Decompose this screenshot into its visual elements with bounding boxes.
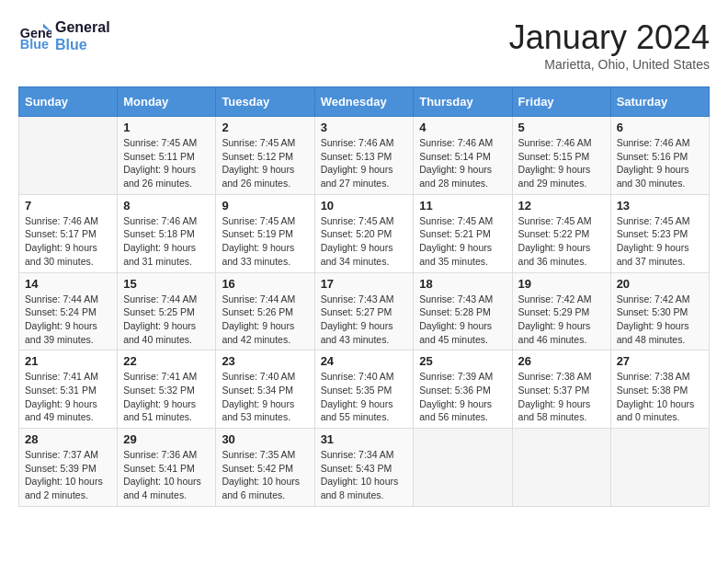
day-number: 22 (123, 354, 210, 368)
calendar-header: Sunday Monday Tuesday Wednesday Thursday… (19, 87, 710, 117)
day-number: 31 (321, 432, 408, 446)
day-cell: 3Sunrise: 7:46 AMSunset: 5:13 PMDaylight… (314, 117, 414, 195)
header-thursday: Thursday (414, 87, 512, 117)
day-cell (610, 429, 709, 507)
day-info: Sunrise: 7:45 AMSunset: 5:23 PMDaylight:… (617, 214, 703, 269)
day-cell: 14Sunrise: 7:44 AMSunset: 5:24 PMDayligh… (19, 272, 118, 350)
day-number: 16 (222, 277, 308, 291)
day-cell: 18Sunrise: 7:43 AMSunset: 5:28 PMDayligh… (414, 272, 512, 350)
day-cell: 27Sunrise: 7:38 AMSunset: 5:38 PMDayligh… (610, 350, 709, 429)
day-info: Sunrise: 7:39 AMSunset: 5:36 PMDaylight:… (419, 370, 506, 424)
day-cell: 7Sunrise: 7:46 AMSunset: 5:17 PMDaylight… (19, 194, 118, 272)
day-info: Sunrise: 7:46 AMSunset: 5:17 PMDaylight:… (25, 214, 111, 269)
day-cell: 25Sunrise: 7:39 AMSunset: 5:36 PMDayligh… (414, 350, 512, 429)
day-cell (414, 429, 512, 507)
day-number: 5 (518, 121, 605, 134)
logo-line2: Blue (55, 36, 110, 53)
day-cell: 4Sunrise: 7:46 AMSunset: 5:14 PMDaylight… (414, 117, 512, 195)
day-number: 14 (25, 277, 111, 291)
day-info: Sunrise: 7:46 AMSunset: 5:15 PMDaylight:… (518, 136, 605, 190)
day-info: Sunrise: 7:45 AMSunset: 5:11 PMDaylight:… (123, 136, 210, 190)
day-number: 27 (617, 354, 703, 368)
week-row-3: 21Sunrise: 7:41 AMSunset: 5:31 PMDayligh… (19, 350, 710, 429)
day-cell: 19Sunrise: 7:42 AMSunset: 5:29 PMDayligh… (512, 272, 610, 350)
header-friday: Friday (512, 87, 610, 117)
header-wednesday: Wednesday (314, 87, 414, 117)
day-info: Sunrise: 7:42 AMSunset: 5:29 PMDaylight:… (518, 293, 605, 347)
header-row: Sunday Monday Tuesday Wednesday Thursday… (19, 87, 710, 117)
day-cell: 28Sunrise: 7:37 AMSunset: 5:39 PMDayligh… (19, 429, 118, 507)
logo: General Blue General Blue (18, 18, 110, 53)
week-row-2: 14Sunrise: 7:44 AMSunset: 5:24 PMDayligh… (19, 272, 710, 350)
day-cell: 26Sunrise: 7:38 AMSunset: 5:37 PMDayligh… (512, 350, 610, 429)
day-info: Sunrise: 7:40 AMSunset: 5:35 PMDaylight:… (321, 370, 408, 424)
day-info: Sunrise: 7:46 AMSunset: 5:14 PMDaylight:… (419, 136, 506, 190)
day-cell: 8Sunrise: 7:46 AMSunset: 5:18 PMDaylight… (118, 194, 216, 272)
day-info: Sunrise: 7:46 AMSunset: 5:18 PMDaylight:… (123, 214, 210, 269)
day-info: Sunrise: 7:43 AMSunset: 5:28 PMDaylight:… (419, 293, 506, 347)
day-info: Sunrise: 7:46 AMSunset: 5:13 PMDaylight:… (321, 136, 408, 190)
day-info: Sunrise: 7:46 AMSunset: 5:16 PMDaylight:… (617, 136, 703, 190)
day-info: Sunrise: 7:45 AMSunset: 5:20 PMDaylight:… (321, 214, 408, 269)
day-info: Sunrise: 7:45 AMSunset: 5:21 PMDaylight:… (419, 214, 506, 269)
week-row-1: 7Sunrise: 7:46 AMSunset: 5:17 PMDaylight… (19, 194, 710, 272)
day-number: 30 (222, 432, 308, 446)
day-number: 3 (321, 121, 408, 134)
day-cell: 12Sunrise: 7:45 AMSunset: 5:22 PMDayligh… (512, 194, 610, 272)
calendar-body: 1Sunrise: 7:45 AMSunset: 5:11 PMDaylight… (19, 117, 710, 507)
week-row-4: 28Sunrise: 7:37 AMSunset: 5:39 PMDayligh… (19, 429, 710, 507)
day-cell: 9Sunrise: 7:45 AMSunset: 5:19 PMDaylight… (216, 194, 314, 272)
day-number: 29 (123, 432, 210, 446)
day-info: Sunrise: 7:38 AMSunset: 5:37 PMDaylight:… (518, 370, 605, 424)
location: Marietta, Ohio, United States (509, 57, 710, 72)
day-number: 7 (25, 199, 111, 213)
day-number: 28 (25, 432, 111, 446)
page-header: General Blue General Blue January 2024 M… (18, 18, 710, 72)
day-info: Sunrise: 7:43 AMSunset: 5:27 PMDaylight:… (321, 293, 408, 347)
day-number: 26 (518, 354, 605, 368)
day-number: 8 (123, 199, 210, 213)
month-title: January 2024 (509, 18, 710, 57)
day-number: 13 (617, 199, 703, 213)
day-info: Sunrise: 7:37 AMSunset: 5:39 PMDaylight:… (25, 448, 111, 502)
calendar-table: Sunday Monday Tuesday Wednesday Thursday… (18, 86, 710, 507)
day-info: Sunrise: 7:44 AMSunset: 5:26 PMDaylight:… (222, 293, 308, 347)
day-info: Sunrise: 7:35 AMSunset: 5:42 PMDaylight:… (222, 448, 308, 502)
day-number: 1 (123, 121, 210, 134)
day-info: Sunrise: 7:44 AMSunset: 5:24 PMDaylight:… (25, 293, 111, 347)
day-number: 15 (123, 277, 210, 291)
day-cell: 22Sunrise: 7:41 AMSunset: 5:32 PMDayligh… (118, 350, 216, 429)
day-number: 9 (222, 199, 308, 213)
day-info: Sunrise: 7:44 AMSunset: 5:25 PMDaylight:… (123, 293, 210, 347)
day-cell: 21Sunrise: 7:41 AMSunset: 5:31 PMDayligh… (19, 350, 118, 429)
day-cell: 16Sunrise: 7:44 AMSunset: 5:26 PMDayligh… (216, 272, 314, 350)
day-number: 18 (419, 277, 506, 291)
day-info: Sunrise: 7:41 AMSunset: 5:32 PMDaylight:… (123, 370, 210, 424)
day-cell: 6Sunrise: 7:46 AMSunset: 5:16 PMDaylight… (610, 117, 709, 195)
day-number: 17 (321, 277, 408, 291)
day-number: 6 (617, 121, 703, 134)
day-info: Sunrise: 7:45 AMSunset: 5:19 PMDaylight:… (222, 214, 308, 269)
day-info: Sunrise: 7:41 AMSunset: 5:31 PMDaylight:… (25, 370, 111, 424)
day-info: Sunrise: 7:36 AMSunset: 5:41 PMDaylight:… (123, 448, 210, 502)
day-info: Sunrise: 7:38 AMSunset: 5:38 PMDaylight:… (617, 370, 703, 424)
day-number: 11 (419, 199, 506, 213)
day-number: 24 (321, 354, 408, 368)
day-cell: 11Sunrise: 7:45 AMSunset: 5:21 PMDayligh… (414, 194, 512, 272)
day-cell: 24Sunrise: 7:40 AMSunset: 5:35 PMDayligh… (314, 350, 414, 429)
day-cell: 10Sunrise: 7:45 AMSunset: 5:20 PMDayligh… (314, 194, 414, 272)
svg-text:Blue: Blue (20, 38, 49, 52)
day-cell: 15Sunrise: 7:44 AMSunset: 5:25 PMDayligh… (118, 272, 216, 350)
day-number: 10 (321, 199, 408, 213)
day-cell: 5Sunrise: 7:46 AMSunset: 5:15 PMDaylight… (512, 117, 610, 195)
day-number: 12 (518, 199, 605, 213)
day-info: Sunrise: 7:45 AMSunset: 5:22 PMDaylight:… (518, 214, 605, 269)
week-row-0: 1Sunrise: 7:45 AMSunset: 5:11 PMDaylight… (19, 117, 710, 195)
day-info: Sunrise: 7:42 AMSunset: 5:30 PMDaylight:… (617, 293, 703, 347)
day-info: Sunrise: 7:45 AMSunset: 5:12 PMDaylight:… (222, 136, 308, 190)
day-number: 2 (222, 121, 308, 134)
day-cell: 23Sunrise: 7:40 AMSunset: 5:34 PMDayligh… (216, 350, 314, 429)
day-number: 4 (419, 121, 506, 134)
logo-line1: General (55, 18, 110, 36)
day-number: 23 (222, 354, 308, 368)
